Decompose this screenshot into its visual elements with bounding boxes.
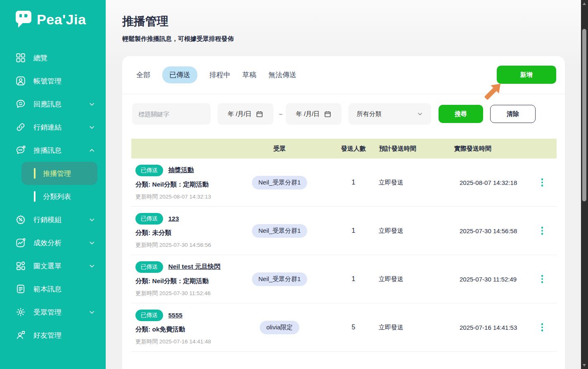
chevron-down-icon [89, 263, 95, 269]
sent-count: 5 [329, 324, 378, 331]
friends-icon [15, 330, 26, 341]
table-row: 已傳送 Neil test 元旦快閃 分類: Neil分類：定期活動 更新時間 … [131, 255, 557, 303]
module-icon [15, 214, 26, 225]
table-header-row: 受眾 發送人數 預計發送時間 實際發送時間 [131, 139, 557, 158]
scheduled-time: 立即發送 [378, 227, 453, 235]
title-cell: 已傳送 抽獎活動 分類: Neil分類：定期活動 更新時間 2025-08-07… [131, 165, 230, 201]
vertical-scrollbar[interactable] [581, 0, 588, 369]
main-content: 推播管理 輕鬆製作推播訊息，可根據受眾排程發佈 全部 已傳送 排程中 草稿 無法… [106, 0, 581, 369]
sidebar-item-audience-management[interactable]: 受眾管理 [0, 300, 106, 324]
table-row: 已傳送 5555 分類: ok免費活動 更新時間 2025-07-16 14:4… [131, 303, 557, 352]
date-to-input[interactable]: 年 /月/日 [286, 103, 341, 125]
date-from-value: 年 /月/日 [228, 110, 252, 118]
broadcast-title-link[interactable]: 123 [168, 215, 179, 222]
add-button[interactable]: 新增 [497, 66, 556, 84]
actual-time: 2025-07-30 14:56:58 [453, 227, 528, 234]
header-scheduled-time: 預計發送時間 [378, 145, 453, 153]
page-title: 推播管理 [122, 14, 168, 29]
chevron-up-icon [89, 147, 95, 154]
template-icon [15, 284, 26, 294]
sidebar-subitem-label: 推播管理 [43, 169, 71, 178]
scroll-down-arrow-icon[interactable] [583, 364, 586, 367]
category-label: 分類: Neil分類：定期活動 [135, 180, 230, 189]
row-actions-kebab-icon[interactable] [528, 275, 557, 283]
row-actions-kebab-icon[interactable] [528, 323, 557, 331]
title-cell: 已傳送 Neil test 元旦快閃 分類: Neil分類：定期活動 更新時間 … [131, 261, 230, 297]
sidebar-subitem-broadcast-management[interactable]: 推播管理 [21, 162, 97, 185]
sidebar-item-reply-messages[interactable]: 回應訊息 [0, 92, 106, 116]
sidebar-item-label: 行銷連結 [33, 123, 62, 132]
header-count: 發送人數 [329, 145, 378, 153]
category-label: 分類: ok免費活動 [135, 325, 230, 334]
grid-icon [15, 52, 26, 63]
account-icon [15, 76, 26, 86]
chevron-down-icon [417, 111, 423, 117]
sidebar-item-accounts[interactable]: 帳號管理 [0, 69, 106, 92]
sidebar-item-template-messages[interactable]: 範本訊息 [0, 277, 106, 300]
scrollbar-thumb[interactable] [582, 29, 586, 201]
link-icon [15, 122, 26, 132]
audience-pill: Neil_受眾分群1 [252, 176, 308, 189]
row-actions-kebab-icon[interactable] [528, 178, 557, 187]
audience-cell: Neil_受眾分群1 [230, 176, 329, 189]
sent-count: 1 [329, 227, 378, 234]
audience-cell: olivia限定 [230, 321, 329, 334]
chevron-down-icon [89, 217, 95, 223]
divider [122, 94, 565, 94]
actual-time: 2025-07-16 14:41:53 [453, 324, 528, 331]
search-button[interactable]: 搜尋 [439, 105, 483, 123]
broadcast-title-link[interactable]: 5555 [168, 312, 183, 319]
calendar-icon[interactable] [324, 111, 331, 118]
calendar-icon[interactable] [256, 111, 263, 118]
broadcast-title-link[interactable]: 抽獎活動 [168, 166, 194, 175]
chevron-down-icon [89, 240, 95, 246]
sent-count: 1 [329, 275, 378, 283]
table-row: 已傳送 圖片測試-推播 [131, 352, 557, 369]
date-from-input[interactable]: 年 /月/日 [218, 103, 273, 125]
broadcast-title-link[interactable]: Neil test 元旦快閃 [168, 263, 221, 271]
sidebar-item-marketing-modules[interactable]: 行銷模組 [0, 208, 106, 231]
sidebar-subitem-label: 分類列表 [43, 192, 71, 201]
sidebar-item-friend-management[interactable]: 好友管理 [0, 324, 106, 347]
keyword-input[interactable] [132, 103, 211, 125]
row-actions-kebab-icon[interactable] [528, 227, 557, 235]
page-subtitle: 輕鬆製作推播訊息，可根據受眾排程發佈 [122, 35, 234, 43]
sidebar-subitem-category-list[interactable]: 分類列表 [21, 185, 97, 208]
scroll-up-arrow-icon[interactable] [583, 2, 586, 5]
title-cell: 已傳送 5555 分類: ok免費活動 更新時間 2025-07-16 14:4… [131, 310, 230, 345]
audience-pill: Neil_受眾分群1 [252, 272, 308, 286]
audience-cell: Neil_受眾分群1 [230, 272, 329, 286]
sidebar-item-rich-menu[interactable]: 圖文選單 [0, 254, 106, 277]
active-indicator-bar [34, 168, 36, 179]
status-badge: 已傳送 [135, 261, 163, 273]
tab-failed[interactable]: 無法傳送 [268, 70, 296, 80]
category-select[interactable]: 所有分類 [349, 103, 431, 125]
tab-scheduled[interactable]: 排程中 [209, 70, 230, 80]
filter-bar: 年 /月/日 ~ 年 /月/日 所有分類 搜尋 清除 [122, 103, 565, 125]
chevron-down-icon [89, 101, 95, 107]
peajia-bubble-icon [15, 10, 32, 29]
sidebar-item-label: 行銷模組 [33, 215, 62, 225]
clear-button[interactable]: 清除 [490, 105, 536, 123]
sidebar: Pea'Jia 總覽 帳號管理 回應訊息 [0, 0, 106, 369]
status-badge: 已傳送 [135, 165, 163, 176]
sidebar-item-broadcast-messages[interactable]: 推播訊息 [0, 139, 106, 162]
sidebar-item-analytics[interactable]: 成效分析 [0, 231, 106, 254]
sidebar-item-label: 好友管理 [33, 331, 62, 340]
tab-sent[interactable]: 已傳送 [162, 66, 197, 83]
table-row: 已傳送 123 分類: 未分類 更新時間 2025-07-30 14:56:56… [131, 207, 557, 255]
updated-time-label: 更新時間 2025-07-16 14:41:48 [135, 338, 230, 345]
sidebar-item-marketing-links[interactable]: 行銷連結 [0, 116, 106, 139]
chevron-down-icon [89, 309, 95, 315]
date-to-value: 年 /月/日 [296, 110, 320, 118]
reply-message-icon [15, 99, 26, 109]
audience-pill: Neil_受眾分群1 [252, 224, 308, 238]
sidebar-item-label: 帳號管理 [33, 76, 62, 86]
tab-draft[interactable]: 草稿 [242, 70, 256, 80]
status-badge: 已傳送 [135, 310, 163, 321]
tab-all[interactable]: 全部 [136, 70, 150, 80]
sidebar-item-label: 回應訊息 [33, 99, 62, 109]
sidebar-item-label: 範本訊息 [33, 284, 62, 294]
sidebar-item-overview[interactable]: 總覽 [0, 46, 106, 69]
updated-time-label: 更新時間 2025-08-07 14:32:13 [135, 193, 230, 201]
